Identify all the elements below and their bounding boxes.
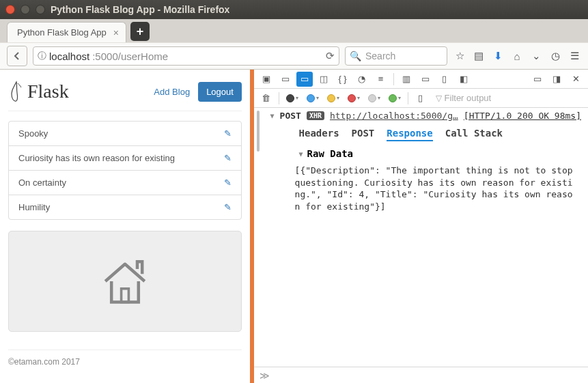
request-subtabs: Headers POST Response Call Stack	[264, 124, 588, 145]
dock-side-icon[interactable]: ◧	[456, 72, 472, 87]
url-path: :5000/userHome	[92, 51, 168, 62]
window-maximize-button[interactable]	[36, 5, 45, 14]
network-toolbar: 🗑 ▾ ▾ ▾ ▾ ▾ ▾ ▯ ▽ Filter output	[254, 89, 588, 108]
address-bar[interactable]: ⓘ localhost:5000/userHome ⟳	[33, 46, 339, 66]
filter-all[interactable]: ▾	[283, 94, 301, 102]
clear-button[interactable]: 🗑	[258, 91, 275, 106]
tab-strip: Python Flask Blog App × +	[0, 19, 588, 42]
content-area: Flask Add Blog Logout Spooky ✎ Curiosity…	[0, 70, 588, 383]
edit-icon[interactable]: ✎	[224, 202, 232, 212]
library-icon[interactable]: ▤	[472, 50, 486, 62]
edit-icon[interactable]: ✎	[224, 178, 232, 188]
console-tool-icon[interactable]: ▭	[277, 72, 294, 87]
tab-close-icon[interactable]: ×	[113, 28, 119, 38]
performance-tool-icon[interactable]: ◔	[354, 72, 370, 87]
request-method: POST	[280, 111, 301, 121]
list-item[interactable]: On certainty ✎	[9, 170, 241, 195]
search-icon: 🔍	[350, 51, 361, 61]
bookmark-star-icon[interactable]: ☆	[453, 50, 466, 62]
window-title: Python Flask Blog App - Mozilla Firefox	[51, 4, 229, 15]
navigation-toolbar: ⓘ localhost:5000/userHome ⟳ 🔍 Search ☆ ▤…	[0, 42, 588, 70]
edit-icon[interactable]: ✎	[224, 128, 232, 139]
flask-logo-icon	[8, 81, 25, 102]
expand-icon[interactable]: ▼	[270, 112, 275, 119]
filter-icon: ▽	[436, 94, 442, 103]
house-icon	[94, 251, 156, 312]
blog-title: Spooky	[18, 128, 48, 139]
pocket-icon[interactable]: ⌄	[529, 50, 543, 62]
devtools-console-toggle[interactable]: ≫	[254, 367, 588, 383]
filter-js[interactable]: ▾	[345, 94, 363, 102]
edit-icon[interactable]: ✎	[224, 153, 232, 163]
app-logo: Flask	[8, 81, 69, 102]
reload-icon[interactable]: ⟳	[326, 50, 335, 62]
tab-label: Python Flask Blog App	[17, 27, 107, 38]
blog-title: Humility	[18, 202, 50, 212]
tab-headers[interactable]: Headers	[299, 128, 339, 141]
scroll-indicator	[254, 108, 264, 212]
menu-icon[interactable]: ☰	[568, 50, 581, 62]
downloads-icon[interactable]: ⬇	[491, 50, 505, 62]
settings-button[interactable]: ▭	[529, 72, 546, 87]
page-content: Flask Add Blog Logout Spooky ✎ Curiosity…	[0, 70, 250, 383]
network-request-row[interactable]: ▼ POST XHR http://localhost:5000/g… [HTT…	[264, 108, 588, 124]
list-item[interactable]: Curiosity has its own reason for existin…	[9, 145, 241, 170]
list-item[interactable]: Humility ✎	[9, 195, 241, 219]
add-blog-link[interactable]: Add Blog	[154, 87, 190, 97]
raw-data-label: Raw Data	[307, 148, 353, 159]
request-url[interactable]: http://localhost:5000/g…	[330, 111, 458, 121]
browser-tab[interactable]: Python Flask Blog App ×	[7, 22, 126, 42]
url-host: localhost	[49, 51, 89, 62]
responsive-mode-icon[interactable]: ▯	[436, 72, 453, 87]
window-titlebar: Python Flask Blog App - Mozilla Firefox	[0, 0, 588, 19]
devtools-toolbar: ▣ ▭ ▭ ◫ { } ◔ ≡ ▥ ▭ ▯ ◧ ▭ ◨ ✕	[254, 70, 588, 89]
svg-rect-0	[122, 289, 129, 302]
app-footer: ©etaman.com 2017	[8, 350, 242, 367]
storage-tool-icon[interactable]: ▥	[398, 72, 415, 87]
raw-data-header[interactable]: ▼ Raw Data	[264, 145, 588, 163]
filter-xhr[interactable]: ▾	[365, 94, 383, 102]
style-tool-icon[interactable]: { }	[335, 72, 351, 87]
history-icon[interactable]: ◷	[548, 50, 562, 62]
search-box[interactable]: 🔍 Search	[345, 46, 447, 66]
network-tool-icon[interactable]: ▭	[296, 72, 313, 87]
new-tab-button[interactable]: +	[130, 22, 150, 41]
window-close-button[interactable]	[5, 5, 15, 14]
blog-list: Spooky ✎ Curiosity has its own reason fo…	[8, 121, 242, 220]
home-icon[interactable]: ⌂	[510, 51, 524, 62]
filter-html[interactable]: ▾	[304, 94, 322, 102]
search-placeholder: Search	[365, 51, 395, 61]
blog-title: On certainty	[18, 178, 66, 188]
blog-title: Curiosity has its own reason for existin…	[18, 153, 175, 163]
filter-other[interactable]: ▾	[386, 94, 404, 102]
app-header: Flask Add Blog Logout	[8, 78, 242, 111]
site-info-icon[interactable]: ⓘ	[38, 50, 46, 62]
filter-output-input[interactable]: ▽ Filter output	[436, 93, 584, 103]
xhr-badge: XHR	[307, 111, 324, 120]
collapse-icon[interactable]: ▼	[299, 150, 303, 158]
tab-response[interactable]: Response	[387, 128, 432, 141]
devtools-panel: ▣ ▭ ▭ ◫ { } ◔ ≡ ▥ ▭ ▯ ◧ ▭ ◨ ✕ 🗑 ▾ ▾ ▾ ▾ …	[254, 70, 588, 383]
placeholder-card	[8, 231, 242, 332]
filter-css[interactable]: ▾	[324, 94, 342, 102]
persist-log-icon[interactable]: ▯	[412, 91, 429, 106]
logout-button[interactable]: Logout	[198, 82, 242, 102]
request-status: [HTTP/1.0 200 OK 98ms]	[464, 111, 581, 121]
debugger-tool-icon[interactable]: ◫	[316, 72, 332, 87]
app-logo-text: Flask	[27, 81, 69, 102]
inspector-tool-icon[interactable]: ▣	[258, 72, 275, 87]
response-body: [{"Description": "The important thing is…	[264, 163, 588, 212]
dock-button[interactable]: ◨	[548, 72, 565, 87]
list-item[interactable]: Spooky ✎	[9, 122, 241, 145]
filter-placeholder: Filter output	[445, 93, 492, 103]
accessibility-tool-icon[interactable]: ▭	[417, 72, 434, 87]
tab-post[interactable]: POST	[352, 128, 375, 141]
memory-tool-icon[interactable]: ≡	[373, 72, 389, 87]
window-minimize-button[interactable]	[20, 5, 30, 14]
close-devtools-button[interactable]: ✕	[568, 72, 584, 87]
back-button[interactable]	[7, 46, 27, 66]
tab-callstack[interactable]: Call Stack	[445, 128, 503, 141]
